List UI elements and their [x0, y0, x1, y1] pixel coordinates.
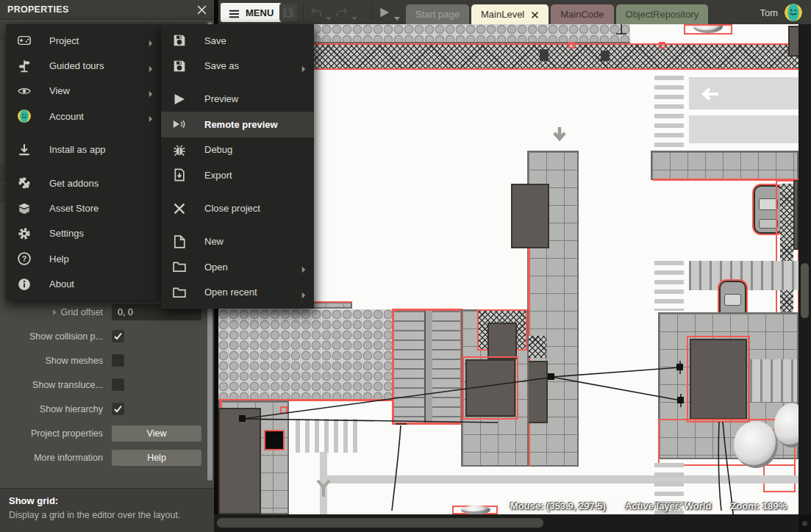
menu-item-get-addons[interactable]: Get addons — [6, 170, 161, 195]
horizontal-scrollbar[interactable] — [214, 514, 799, 532]
menu-item-save[interactable]: Save — [161, 28, 314, 53]
help-icon: ? — [17, 251, 32, 266]
menu-item-guided-tours[interactable]: Guided tours — [6, 53, 161, 78]
help-button[interactable]: Help — [112, 450, 201, 466]
property-label: Show collision p... — [29, 331, 103, 342]
tour-icon — [17, 59, 32, 73]
menu-item-remote-preview[interactable]: Remote preview — [161, 112, 314, 137]
close-icon — [172, 201, 187, 216]
preview-button[interactable] — [376, 4, 393, 21]
map-object — [264, 430, 285, 450]
property-row-show-hierarchy: Show hierarchy — [0, 397, 207, 421]
status-zoom-level: Zoom: 189% — [730, 500, 787, 511]
tab-strip: Start pageMainLevelMainCodeObjectReposit… — [406, 4, 708, 24]
status-mouse-coordinates: Mouse: (353.9, 297.5) — [510, 500, 606, 511]
property-label: Show hierarchy — [40, 404, 103, 414]
submenu-arrow-icon — [149, 112, 153, 120]
menu-item-about[interactable]: About — [6, 272, 161, 297]
construct-editor-window: PROPERTIES LAYOUTNameEvent sheetMainCode… — [0, 0, 811, 532]
menu-item-debug[interactable]: Debug — [161, 137, 314, 162]
play-icon — [172, 92, 187, 107]
menu-item-label: Export — [204, 170, 232, 181]
menu-item-export[interactable]: Export — [161, 162, 314, 187]
property-description-title: Show grid: — [9, 495, 205, 506]
eye-icon — [17, 84, 32, 98]
map-detail — [601, 51, 610, 61]
submenu-arrow-icon — [301, 289, 306, 296]
menu-item-open-recent[interactable]: Open recent — [161, 280, 314, 305]
property-label: Show meshes — [45, 356, 103, 366]
menu-item-close-project[interactable]: Close project — [161, 195, 314, 220]
property-checkbox[interactable] — [112, 403, 124, 415]
menu-item-account[interactable]: Account — [6, 104, 161, 129]
menu-item-open[interactable]: Open — [161, 254, 314, 279]
tab-label: MainLevel — [481, 9, 524, 20]
user-avatar[interactable] — [785, 4, 802, 21]
tab-label: Start page — [415, 9, 460, 20]
menu-item-help[interactable]: ?Help — [6, 246, 161, 271]
menu-item-label: Close project — [204, 203, 260, 214]
menu-item-asset-store[interactable]: Asset Store — [6, 195, 161, 220]
status-bar: Mouse: (353.9, 297.5) Active layer: Worl… — [510, 500, 787, 511]
property-label: Show transluce... — [32, 380, 103, 390]
remote-preview-icon — [172, 117, 187, 132]
menu-item-project[interactable]: Project — [6, 28, 161, 53]
map-building — [788, 26, 799, 57]
menu-item-view[interactable]: View — [6, 79, 161, 104]
menu-item-label: Debug — [204, 144, 232, 155]
tab-objectrepository[interactable]: ObjectRepository — [616, 4, 709, 24]
undo-dropdown-caret-icon[interactable] — [326, 10, 332, 15]
avatar-icon — [17, 109, 32, 123]
menu-item-label: About — [49, 278, 74, 290]
map-collision-point — [659, 42, 665, 48]
menu-item-label: Guided tours — [49, 60, 104, 71]
menu-item-preview[interactable]: Preview — [161, 87, 314, 112]
preview-dropdown-caret-icon[interactable] — [394, 10, 400, 15]
tab-mainlevel[interactable]: MainLevel — [471, 4, 549, 24]
vertical-scrollbar[interactable] — [799, 24, 811, 514]
menu-item-label: Asset Store — [49, 203, 99, 214]
map-collision-point — [568, 42, 575, 48]
tab-close-icon[interactable] — [531, 10, 539, 18]
menu-item-new[interactable]: New — [161, 229, 314, 254]
undo-button[interactable] — [307, 4, 325, 21]
scrollbar-thumb[interactable] — [801, 263, 809, 318]
property-row-show-meshes: Show meshes — [0, 348, 207, 373]
map-tree — [734, 421, 778, 468]
property-checkbox[interactable] — [112, 378, 124, 391]
scrollbar-thumb[interactable] — [217, 518, 543, 528]
menu-button-label: MENU — [246, 7, 274, 18]
save-button[interactable] — [279, 4, 297, 21]
menu-item-label: Project — [49, 35, 79, 46]
user-area[interactable]: Tom — [760, 3, 802, 22]
map-sidewalk — [651, 151, 799, 180]
menu-item-settings[interactable]: Settings — [6, 221, 161, 246]
folder-icon — [172, 285, 187, 300]
close-icon[interactable] — [196, 4, 207, 15]
property-checkbox[interactable] — [112, 330, 124, 342]
properties-panel-title: PROPERTIES — [7, 4, 69, 15]
menu-item-label: Preview — [204, 93, 238, 104]
view-button[interactable]: View — [112, 425, 201, 442]
map-parking-stalls — [750, 359, 797, 402]
menu-item-install-as-app[interactable]: Install as app — [6, 137, 161, 162]
tab-label: ObjectRepository — [626, 9, 699, 20]
tab-start-page[interactable]: Start page — [406, 4, 469, 24]
tab-maincode[interactable]: MainCode — [551, 4, 613, 24]
submenu-arrow-icon — [149, 62, 153, 70]
scrollbar-corner — [799, 514, 811, 532]
debug-icon — [172, 143, 187, 157]
redo-button[interactable] — [333, 4, 351, 21]
map-building — [511, 184, 549, 248]
expand-caret-icon[interactable] — [53, 309, 57, 315]
menu-item-label: Save as — [204, 60, 239, 71]
property-checkbox[interactable] — [112, 354, 124, 367]
status-active-layer: Active layer: World — [625, 500, 712, 511]
redo-dropdown-caret-icon[interactable] — [351, 10, 357, 15]
menu-button[interactable]: MENU — [221, 3, 282, 22]
addon-icon — [17, 176, 32, 190]
save-icon — [172, 33, 187, 48]
menu-item-save-as[interactable]: Save as — [161, 53, 314, 78]
hamburger-icon — [229, 8, 240, 17]
svg-text:?: ? — [22, 254, 27, 263]
